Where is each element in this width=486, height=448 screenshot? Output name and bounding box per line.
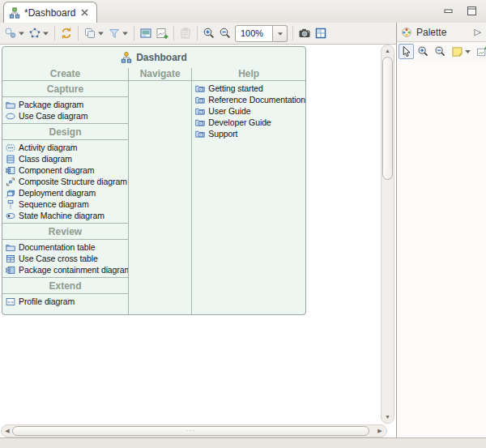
dashboard-item-component-diagram[interactable]: Component diagram [2,164,128,176]
dashboard-item-package-containment-diagram[interactable]: Package containment diagram [2,264,128,275]
combo-dropdown-icon[interactable] [273,25,288,42]
filter-button-dropdown-icon[interactable] [122,27,129,40]
dashboard-item-documentation-table[interactable]: Documentation table [2,241,128,253]
add-image-icon [156,27,168,40]
zoom-in-button[interactable] [201,24,217,42]
cursor-icon [400,45,412,58]
item-label: Use Case diagram [19,111,87,121]
column-header-help: Help [192,68,305,81]
note-tool[interactable] [450,44,473,59]
new-diagram-icon [4,27,17,40]
dashboard-hierarchy-icon [121,52,132,63]
note-tool-dropdown-icon[interactable] [464,45,471,58]
filter-button[interactable] [106,24,130,42]
arrange-button-dropdown-icon[interactable] [42,27,49,40]
dashboard-item-reference-documentation[interactable]: Reference Documentation [192,94,305,105]
dashboard-item-sequence-diagram[interactable]: Sequence diagram [2,198,128,210]
component-icon [5,165,16,176]
scroll-left-icon[interactable]: ◀ [3,425,11,437]
dashboard-item-profile-diagram[interactable]: «»Profile diagram [2,296,128,307]
dashboard-columns: CreateCapturePackage diagramUse Case dia… [2,68,305,315]
scroll-up-icon[interactable]: ▲ [382,46,394,56]
zoom-level-value[interactable]: 100% [235,25,273,42]
export-image-button[interactable] [296,24,313,42]
diagram-hierarchy-icon [9,7,20,19]
horizontal-scrollbar-thumb[interactable]: ··· [12,426,369,436]
palette-header[interactable]: Palette ▷ [397,23,486,42]
dashboard-widget: DashboardCreateCapturePackage diagramUse… [2,46,306,315]
palette-toolbar [397,42,486,61]
screenshot-button[interactable] [138,24,154,42]
zoom-level-combo[interactable]: 100% [235,25,288,42]
close-icon[interactable] [79,7,90,18]
new-diagram-button[interactable] [2,24,27,42]
arrange-button[interactable] [27,24,51,42]
zoom-out-button[interactable] [217,24,233,42]
item-label: Sequence diagram [19,199,89,209]
application-window: *Dashboard 100% DashboardCreateCapturePa… [0,0,486,448]
activity-icon [5,143,16,153]
profile-icon: «» [5,297,16,307]
dashboard-item-developer-guide[interactable]: Developer Guide [192,117,305,128]
section-header-design: Design [2,124,128,140]
sync-icon [60,27,73,40]
copy-appearance-icon [83,27,96,40]
dashboard-item-package-diagram[interactable]: Package diagram [2,99,128,110]
dashboard-item-deployment-diagram[interactable]: Deployment diagram [2,187,128,198]
minimize-icon[interactable] [442,5,454,17]
snapshot-button[interactable] [313,24,329,42]
scroll-down-icon[interactable]: ▼ [382,412,394,422]
select-tool[interactable] [399,44,414,59]
item-label: Support [208,129,237,139]
item-label: Class diagram [19,154,72,164]
item-label: User Guide [208,106,250,116]
svg-text:«»: «» [7,298,14,305]
grid-snapshot-icon [314,27,327,40]
tab-dashboard[interactable]: *Dashboard [3,2,97,23]
palette-zoom-in-tool[interactable] [416,44,431,59]
vertical-scrollbar[interactable]: ▲ ▼ [381,45,394,424]
toolbar-separator [134,26,134,41]
sync-button[interactable] [58,24,75,42]
editor-tabbar: *Dashboard [0,0,486,23]
camera-icon [298,27,311,40]
dashboard-title-label: Dashboard [136,52,187,63]
dashboard-item-class-diagram[interactable]: Class diagram [2,153,128,164]
dashboard-item-support[interactable]: Support [192,128,305,139]
section-header-extend: Extend [2,278,128,294]
dashboard-item-getting-started[interactable]: Getting started [192,83,305,94]
section-items-design: Activity diagramClass diagramComponent d… [2,140,128,224]
palette-icon [401,27,412,38]
dashboard-item-use-case-cross-table[interactable]: Use Case cross table [2,253,128,264]
help-folder-icon [194,106,206,117]
screenshot-icon [139,27,152,40]
dashboard-title: Dashboard [2,47,305,68]
folder-icon [5,242,16,253]
item-label: Profile diagram [19,297,75,306]
palette-zoom-out-tool[interactable] [433,44,448,59]
image-tool[interactable] [475,44,486,59]
dashboard-item-use-case-diagram[interactable]: Use Case diagram [2,110,128,122]
scroll-right-icon[interactable]: ▶ [375,425,385,437]
horizontal-scrollbar[interactable]: ◀ ··· ▶ [1,425,387,437]
dashboard-item-user-guide[interactable]: User Guide [192,105,305,117]
dashboard-item-composite-structure-diagram[interactable]: Composite Structure diagram [2,176,128,187]
sequence-icon [5,199,16,210]
palette-expand-icon[interactable]: ▷ [475,27,481,37]
diagram-canvas[interactable]: DashboardCreateCapturePackage diagramUse… [0,45,396,437]
maximize-icon[interactable] [466,5,478,17]
zoom-out-icon [434,45,446,58]
dashboard-item-state-machine-diagram[interactable]: State Machine diagram [2,210,128,221]
item-label: Composite Structure diagram [19,177,127,186]
vertical-scrollbar-thumb[interactable] [382,57,393,180]
dashboard-column-help: HelpGetting startedReference Documentati… [192,68,305,315]
new-diagram-button-dropdown-icon[interactable] [18,27,25,40]
usecase-icon [5,111,16,122]
item-label: Documentation table [19,242,95,252]
add-image-button[interactable] [154,24,170,42]
copy-appearance-button-dropdown-icon[interactable] [97,27,104,40]
help-folder-icon [194,117,206,128]
copy-appearance-button[interactable] [82,24,106,42]
section-items-extend: «»Profile diagram [2,294,128,309]
dashboard-item-activity-diagram[interactable]: Activity diagram [2,142,128,153]
